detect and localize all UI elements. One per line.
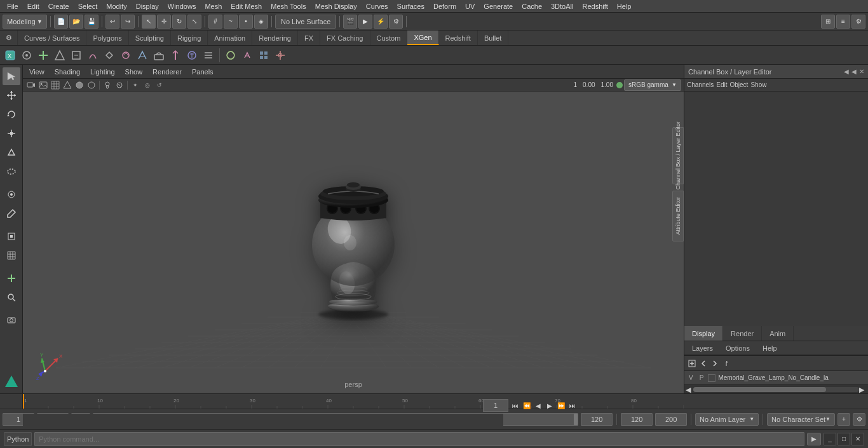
- frame-end-input[interactable]: [581, 413, 613, 426]
- xgen-icon14[interactable]: [223, 48, 238, 63]
- maya-logo[interactable]: [3, 373, 20, 391]
- layer-back-icon[interactable]: [698, 358, 709, 369]
- vp-menu-lighting[interactable]: Lighting: [88, 67, 118, 77]
- add-tool[interactable]: [3, 269, 20, 287]
- pb-step-back[interactable]: ⏪: [521, 400, 532, 411]
- new-scene-btn[interactable]: 📄: [54, 15, 68, 29]
- grid-tool[interactable]: [3, 247, 20, 264]
- workspace-btn[interactable]: ≡: [836, 15, 850, 29]
- vp-icon-shadow[interactable]: [114, 79, 125, 91]
- vp-menu-show[interactable]: Show: [123, 67, 146, 77]
- tab-display[interactable]: Display: [684, 326, 723, 341]
- tab-render[interactable]: Render: [723, 326, 762, 341]
- select-tool-btn[interactable]: ↖: [142, 15, 156, 29]
- snap-point-btn[interactable]: •: [239, 15, 253, 29]
- pb-play-back[interactable]: ◀: [532, 400, 544, 411]
- vp-icon-camera[interactable]: [25, 79, 37, 91]
- channel-box-tab[interactable]: Channel Box / Layer Editor: [672, 127, 684, 184]
- subtab-layers[interactable]: Layers: [687, 343, 718, 353]
- menu-edit[interactable]: Edit: [23, 1, 44, 11]
- snap-view-btn[interactable]: ◈: [254, 15, 268, 29]
- char-set-settings-btn[interactable]: ⚙: [853, 413, 865, 426]
- python-input[interactable]: [34, 432, 804, 446]
- python-run-btn[interactable]: ▶: [807, 433, 821, 445]
- vp-icon-aa[interactable]: ↺: [154, 79, 165, 91]
- scale-tool[interactable]: [3, 125, 20, 142]
- scale-tool-btn[interactable]: ⤡: [187, 15, 201, 29]
- pb-step-forward[interactable]: ⏩: [555, 400, 567, 411]
- move-tool[interactable]: [3, 86, 20, 104]
- subtab-options[interactable]: Options: [721, 343, 755, 353]
- pb-goto-end[interactable]: ⏭: [567, 400, 578, 411]
- xgen-icon11[interactable]: [168, 48, 183, 63]
- subtab-help[interactable]: Help: [757, 343, 782, 353]
- char-set-add-btn[interactable]: +: [837, 413, 850, 426]
- xgen-icon13[interactable]: [201, 48, 216, 63]
- menu-redshift[interactable]: Redshift: [578, 1, 612, 11]
- xgen-icon5[interactable]: [69, 48, 84, 63]
- tab-polygons[interactable]: Polygons: [86, 31, 128, 45]
- layout-btn[interactable]: ⊞: [821, 15, 835, 29]
- menu-windows[interactable]: Windows: [163, 1, 201, 11]
- menu-mesh-tools[interactable]: Mesh Tools: [266, 1, 310, 11]
- menu-surfaces[interactable]: Surfaces: [393, 1, 429, 11]
- rp-close-btn[interactable]: ✕: [859, 68, 864, 75]
- edit-menu[interactable]: Edit: [716, 81, 727, 88]
- render-btn[interactable]: 🎬: [343, 15, 357, 29]
- tab-curves-surfaces[interactable]: Curves / Surfaces: [18, 31, 86, 45]
- vp-icon-grid[interactable]: [50, 79, 61, 91]
- menu-curves[interactable]: Curves: [362, 1, 393, 11]
- xgen-icon7[interactable]: [102, 48, 117, 63]
- menu-create[interactable]: Create: [44, 1, 74, 11]
- snap-grid-btn[interactable]: #: [208, 15, 222, 29]
- range-start-input[interactable]: [621, 413, 653, 426]
- undo-btn[interactable]: ↩: [105, 15, 119, 29]
- python-label[interactable]: Python: [4, 432, 32, 446]
- attr-editor-tab[interactable]: Attribute Editor: [672, 191, 684, 241]
- xgen-icon16[interactable]: [256, 48, 271, 63]
- timeline-ruler[interactable]: 1 10 20 30 40 50 60 70 80: [23, 394, 684, 409]
- rotate-tool-btn[interactable]: ↻: [172, 15, 186, 29]
- menu-uv[interactable]: UV: [461, 1, 479, 11]
- pb-play-forward[interactable]: ▶: [544, 400, 555, 411]
- live-surface-btn[interactable]: No Live Surface: [275, 15, 336, 29]
- char-set-dropdown[interactable]: No Character Set ▼: [767, 413, 835, 426]
- xgen-icon8[interactable]: [118, 48, 133, 63]
- rp-prev-btn[interactable]: ◀: [844, 68, 849, 75]
- layer-settings-icon[interactable]: [721, 358, 731, 369]
- menu-cache[interactable]: Cache: [517, 1, 546, 11]
- vp-icon-xray[interactable]: ✦: [130, 79, 141, 91]
- scroll-track[interactable]: [693, 387, 859, 392]
- camera-tool[interactable]: [3, 311, 20, 329]
- menu-select[interactable]: Select: [74, 1, 102, 11]
- tab-xgen[interactable]: XGen: [407, 31, 438, 45]
- layer-add-icon[interactable]: [687, 358, 697, 369]
- vp-icon-light[interactable]: [102, 79, 113, 91]
- menu-deform[interactable]: Deform: [429, 1, 461, 11]
- minimize-btn[interactable]: _: [824, 433, 836, 445]
- snap-curve-btn[interactable]: ~: [224, 15, 238, 29]
- redo-btn[interactable]: ↪: [121, 15, 135, 29]
- menu-3dtall[interactable]: 3DtoAll: [546, 1, 578, 11]
- menu-file[interactable]: File: [3, 1, 23, 11]
- scroll-left-btn[interactable]: ◀: [686, 386, 693, 393]
- ipr-btn[interactable]: ⚡: [374, 15, 388, 29]
- xgen-icon9[interactable]: [135, 48, 150, 63]
- render-settings-btn[interactable]: ⚙: [389, 15, 403, 29]
- object-menu[interactable]: Object: [730, 81, 749, 88]
- menu-display[interactable]: Display: [132, 1, 163, 11]
- select-tool[interactable]: [3, 67, 20, 85]
- xgen-icon10[interactable]: [151, 48, 166, 63]
- poly-tool[interactable]: [3, 144, 20, 161]
- tab-gear[interactable]: ⚙: [0, 31, 18, 45]
- close-btn[interactable]: ✕: [851, 433, 864, 445]
- zoom-tool[interactable]: [3, 288, 20, 306]
- vp-icon-wireframe[interactable]: [62, 79, 73, 91]
- rotate-tool[interactable]: [3, 105, 20, 123]
- xgen-icon2[interactable]: [19, 48, 34, 63]
- menu-mesh[interactable]: Mesh: [200, 1, 226, 11]
- save-scene-btn[interactable]: 💾: [85, 15, 98, 29]
- tab-fx[interactable]: FX: [298, 31, 320, 45]
- move-tool-btn[interactable]: ✛: [157, 15, 171, 29]
- tab-bullet[interactable]: Bullet: [478, 31, 509, 45]
